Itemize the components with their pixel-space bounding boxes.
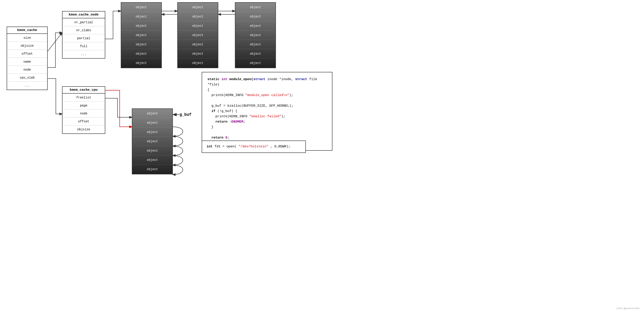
field-partial: partial xyxy=(62,34,105,42)
field-node2: node xyxy=(62,110,105,118)
slab2-cell2: object xyxy=(178,12,218,21)
slab1-cell5: object xyxy=(121,40,161,49)
field-name: name xyxy=(7,58,47,66)
watermark: CSDN @goodcat666 xyxy=(616,307,640,310)
kmem-cache-title: kmem_cache xyxy=(7,27,47,34)
slab-column-3: object object object object object objec… xyxy=(235,2,276,68)
slab-column-2: object object object object object objec… xyxy=(177,2,218,68)
slab1-cell6: object xyxy=(121,49,161,58)
code-block-1: static int module_open(struct inode *ino… xyxy=(202,72,332,151)
slab-cpu-column: object object object object object objec… xyxy=(132,108,173,174)
slab3-cell1: object xyxy=(235,3,276,12)
slab-column-1: object object object object object objec… xyxy=(121,2,162,68)
cpu-slab-cell2: object xyxy=(132,118,172,128)
kmem-cache-cpu-struct: kmem_cache_cpu freelist page node offset… xyxy=(62,86,105,134)
slab3-cell5: object xyxy=(235,40,276,49)
slab2-cell5: object xyxy=(178,40,218,49)
slab2-cell4: object xyxy=(178,30,218,40)
field-size: size xyxy=(7,34,47,42)
field-freelist: freelist xyxy=(62,94,105,102)
slab3-cell4: object xyxy=(235,30,276,40)
slab1-cell2: object xyxy=(121,12,161,21)
slab2-cell7: object xyxy=(178,58,218,68)
slab2-cell1: object xyxy=(178,3,218,12)
field-nr-partial: nr_partial xyxy=(62,18,105,26)
cpu-slab-cell5: object xyxy=(132,146,172,155)
kmem-cache-node-struct: kmem_cache_node nr_partial nr_slabs part… xyxy=(62,11,105,59)
field-node: node xyxy=(7,66,47,74)
field-objsize: objsize xyxy=(7,42,47,50)
slab3-cell6: object xyxy=(235,49,276,58)
slab1-cell3: object xyxy=(121,21,161,30)
field-offset2: offset xyxy=(62,118,105,126)
slab3-cell7: object xyxy=(235,58,276,68)
field-full: full xyxy=(62,42,105,50)
cpu-slab-cell1: object xyxy=(132,109,172,118)
field-cpu-slab: cpu_slab xyxy=(7,74,47,82)
code-block-2: int fd1 = open( "/dev/holstein" , O_RDWR… xyxy=(202,141,306,153)
field-objsize2: objsize xyxy=(62,126,105,134)
cpu-slab-cell7: object xyxy=(132,165,172,174)
field-dots1: ... xyxy=(7,82,47,90)
slab2-cell6: object xyxy=(178,49,218,58)
kmem-cache-node-title: kmem_cache_node xyxy=(62,11,105,18)
gbuf-label: g_buf xyxy=(180,112,192,117)
svg-line-0 xyxy=(48,33,62,51)
cpu-slab-cell6: object xyxy=(132,155,172,165)
field-page: page xyxy=(62,102,105,110)
field-offset: offset xyxy=(7,50,47,58)
slab1-cell7: object xyxy=(121,58,161,68)
slab2-cell3: object xyxy=(178,21,218,30)
slab3-cell3: object xyxy=(235,21,276,30)
slab3-cell2: object xyxy=(235,12,276,21)
field-nr-slabs: nr_slabs xyxy=(62,26,105,34)
slab1-cell4: object xyxy=(121,30,161,40)
cpu-slab-cell3: object xyxy=(132,128,172,137)
cpu-slab-cell4: object xyxy=(132,137,172,146)
kmem-cache-cpu-title: kmem_cache_cpu xyxy=(62,87,105,94)
field-dots2: ... xyxy=(62,50,105,58)
kmem-cache-struct: kmem_cache size objsize offset name node… xyxy=(7,26,48,90)
slab1-cell1: object xyxy=(121,3,161,12)
